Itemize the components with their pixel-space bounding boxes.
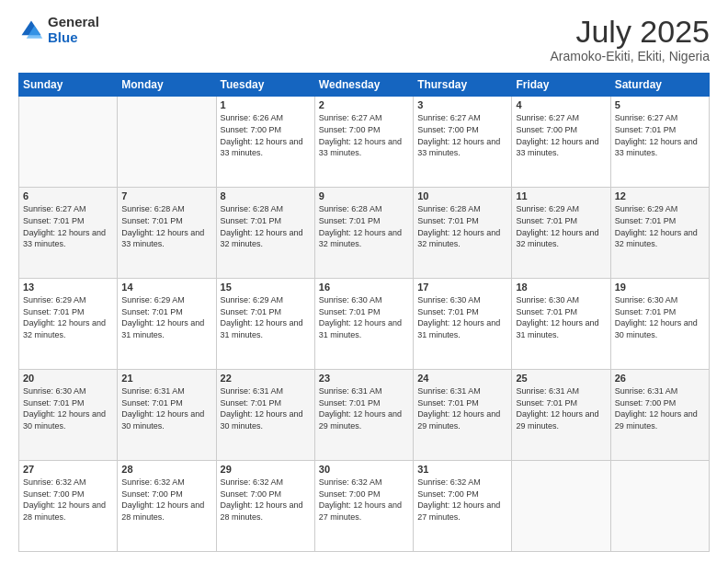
day-info: Sunrise: 6:31 AMSunset: 7:01 PMDaylight:…	[417, 385, 507, 431]
month-title: July 2025	[551, 15, 711, 49]
day-info: Sunrise: 6:31 AMSunset: 7:01 PMDaylight:…	[319, 385, 409, 431]
day-number: 21	[121, 373, 211, 384]
calendar-cell: 1Sunrise: 6:26 AMSunset: 7:00 PMDaylight…	[216, 97, 314, 188]
calendar-cell: 19Sunrise: 6:30 AMSunset: 7:01 PMDayligh…	[610, 279, 709, 370]
calendar-cell: 8Sunrise: 6:28 AMSunset: 7:01 PMDaylight…	[216, 188, 314, 279]
day-info: Sunrise: 6:27 AMSunset: 7:01 PMDaylight:…	[615, 112, 705, 158]
calendar-week-row: 6Sunrise: 6:27 AMSunset: 7:01 PMDaylight…	[19, 188, 710, 279]
day-number: 1	[221, 99, 311, 110]
calendar-cell: 23Sunrise: 6:31 AMSunset: 7:01 PMDayligh…	[314, 370, 413, 461]
header: General Blue July 2025 Aramoko-Ekiti, Ek…	[18, 15, 710, 63]
weekday-header-tuesday: Tuesday	[216, 74, 314, 97]
day-info: Sunrise: 6:28 AMSunset: 7:01 PMDaylight:…	[319, 203, 409, 249]
calendar-cell: 9Sunrise: 6:28 AMSunset: 7:01 PMDaylight…	[314, 188, 413, 279]
day-number: 29	[221, 464, 311, 475]
logo: General Blue	[18, 15, 99, 45]
day-info: Sunrise: 6:28 AMSunset: 7:01 PMDaylight:…	[417, 203, 507, 249]
calendar-cell: 14Sunrise: 6:29 AMSunset: 7:01 PMDayligh…	[118, 279, 216, 370]
day-info: Sunrise: 6:29 AMSunset: 7:01 PMDaylight:…	[516, 203, 606, 249]
calendar-cell: 3Sunrise: 6:27 AMSunset: 7:00 PMDaylight…	[414, 97, 512, 188]
weekday-header-wednesday: Wednesday	[314, 74, 413, 97]
calendar-cell	[118, 97, 216, 188]
calendar-header-row: SundayMondayTuesdayWednesdayThursdayFrid…	[19, 74, 710, 97]
day-number: 8	[221, 190, 311, 201]
calendar-cell: 18Sunrise: 6:30 AMSunset: 7:01 PMDayligh…	[512, 279, 610, 370]
day-number: 13	[23, 282, 113, 293]
calendar-cell: 25Sunrise: 6:31 AMSunset: 7:01 PMDayligh…	[512, 370, 610, 461]
weekday-header-saturday: Saturday	[610, 74, 709, 97]
day-info: Sunrise: 6:27 AMSunset: 7:00 PMDaylight:…	[417, 112, 507, 158]
day-number: 15	[221, 282, 311, 293]
calendar-cell: 29Sunrise: 6:32 AMSunset: 7:00 PMDayligh…	[216, 461, 314, 552]
calendar-cell: 21Sunrise: 6:31 AMSunset: 7:01 PMDayligh…	[118, 370, 216, 461]
day-number: 28	[121, 464, 211, 475]
day-info: Sunrise: 6:31 AMSunset: 7:01 PMDaylight:…	[121, 385, 211, 431]
day-info: Sunrise: 6:27 AMSunset: 7:00 PMDaylight:…	[516, 112, 606, 158]
weekday-header-thursday: Thursday	[414, 74, 512, 97]
day-number: 16	[319, 282, 409, 293]
calendar-table: SundayMondayTuesdayWednesdayThursdayFrid…	[18, 73, 710, 552]
day-number: 17	[417, 282, 507, 293]
day-number: 11	[516, 190, 606, 201]
day-info: Sunrise: 6:31 AMSunset: 7:00 PMDaylight:…	[615, 385, 705, 431]
calendar-cell: 17Sunrise: 6:30 AMSunset: 7:01 PMDayligh…	[414, 279, 512, 370]
page: General Blue July 2025 Aramoko-Ekiti, Ek…	[0, 0, 728, 563]
day-info: Sunrise: 6:32 AMSunset: 7:00 PMDaylight:…	[221, 477, 311, 523]
day-number: 2	[319, 99, 409, 110]
calendar-cell	[19, 97, 118, 188]
logo-icon	[18, 17, 44, 43]
calendar-cell: 12Sunrise: 6:29 AMSunset: 7:01 PMDayligh…	[610, 188, 709, 279]
calendar-cell: 26Sunrise: 6:31 AMSunset: 7:00 PMDayligh…	[610, 370, 709, 461]
day-info: Sunrise: 6:32 AMSunset: 7:00 PMDaylight:…	[319, 477, 409, 523]
location: Aramoko-Ekiti, Ekiti, Nigeria	[551, 49, 711, 63]
calendar-cell: 6Sunrise: 6:27 AMSunset: 7:01 PMDaylight…	[19, 188, 118, 279]
calendar-week-row: 20Sunrise: 6:30 AMSunset: 7:01 PMDayligh…	[19, 370, 710, 461]
calendar-cell: 11Sunrise: 6:29 AMSunset: 7:01 PMDayligh…	[512, 188, 610, 279]
calendar-cell: 28Sunrise: 6:32 AMSunset: 7:00 PMDayligh…	[118, 461, 216, 552]
weekday-header-monday: Monday	[118, 74, 216, 97]
calendar-cell: 7Sunrise: 6:28 AMSunset: 7:01 PMDaylight…	[118, 188, 216, 279]
day-info: Sunrise: 6:31 AMSunset: 7:01 PMDaylight:…	[516, 385, 606, 431]
calendar-cell: 24Sunrise: 6:31 AMSunset: 7:01 PMDayligh…	[414, 370, 512, 461]
calendar-cell: 20Sunrise: 6:30 AMSunset: 7:01 PMDayligh…	[19, 370, 118, 461]
day-info: Sunrise: 6:30 AMSunset: 7:01 PMDaylight:…	[516, 294, 606, 340]
day-info: Sunrise: 6:27 AMSunset: 7:01 PMDaylight:…	[23, 203, 113, 249]
day-number: 14	[121, 282, 211, 293]
day-info: Sunrise: 6:28 AMSunset: 7:01 PMDaylight:…	[121, 203, 211, 249]
day-info: Sunrise: 6:31 AMSunset: 7:01 PMDaylight:…	[221, 385, 311, 431]
day-number: 26	[615, 373, 705, 384]
calendar-cell: 13Sunrise: 6:29 AMSunset: 7:01 PMDayligh…	[19, 279, 118, 370]
day-number: 5	[615, 99, 705, 110]
day-info: Sunrise: 6:29 AMSunset: 7:01 PMDaylight:…	[121, 294, 211, 340]
day-info: Sunrise: 6:30 AMSunset: 7:01 PMDaylight:…	[23, 385, 113, 431]
day-info: Sunrise: 6:30 AMSunset: 7:01 PMDaylight:…	[319, 294, 409, 340]
day-number: 31	[417, 464, 507, 475]
day-number: 10	[417, 190, 507, 201]
day-info: Sunrise: 6:32 AMSunset: 7:00 PMDaylight:…	[121, 477, 211, 523]
day-number: 25	[516, 373, 606, 384]
day-number: 23	[319, 373, 409, 384]
day-number: 22	[221, 373, 311, 384]
calendar-cell	[610, 461, 709, 552]
day-number: 6	[23, 190, 113, 201]
logo-text: General Blue	[48, 15, 99, 45]
day-info: Sunrise: 6:29 AMSunset: 7:01 PMDaylight:…	[23, 294, 113, 340]
calendar-cell: 27Sunrise: 6:32 AMSunset: 7:00 PMDayligh…	[19, 461, 118, 552]
day-info: Sunrise: 6:27 AMSunset: 7:00 PMDaylight:…	[319, 112, 409, 158]
day-info: Sunrise: 6:29 AMSunset: 7:01 PMDaylight:…	[221, 294, 311, 340]
day-number: 3	[417, 99, 507, 110]
title-area: July 2025 Aramoko-Ekiti, Ekiti, Nigeria	[551, 15, 711, 63]
day-number: 27	[23, 464, 113, 475]
day-number: 18	[516, 282, 606, 293]
day-number: 12	[615, 190, 705, 201]
day-number: 7	[121, 190, 211, 201]
day-number: 9	[319, 190, 409, 201]
calendar-cell: 4Sunrise: 6:27 AMSunset: 7:00 PMDaylight…	[512, 97, 610, 188]
calendar-cell: 22Sunrise: 6:31 AMSunset: 7:01 PMDayligh…	[216, 370, 314, 461]
logo-blue-text: Blue	[48, 30, 99, 46]
calendar-cell: 2Sunrise: 6:27 AMSunset: 7:00 PMDaylight…	[314, 97, 413, 188]
day-info: Sunrise: 6:26 AMSunset: 7:00 PMDaylight:…	[221, 112, 311, 158]
day-info: Sunrise: 6:29 AMSunset: 7:01 PMDaylight:…	[615, 203, 705, 249]
day-info: Sunrise: 6:32 AMSunset: 7:00 PMDaylight:…	[417, 477, 507, 523]
calendar-cell: 5Sunrise: 6:27 AMSunset: 7:01 PMDaylight…	[610, 97, 709, 188]
